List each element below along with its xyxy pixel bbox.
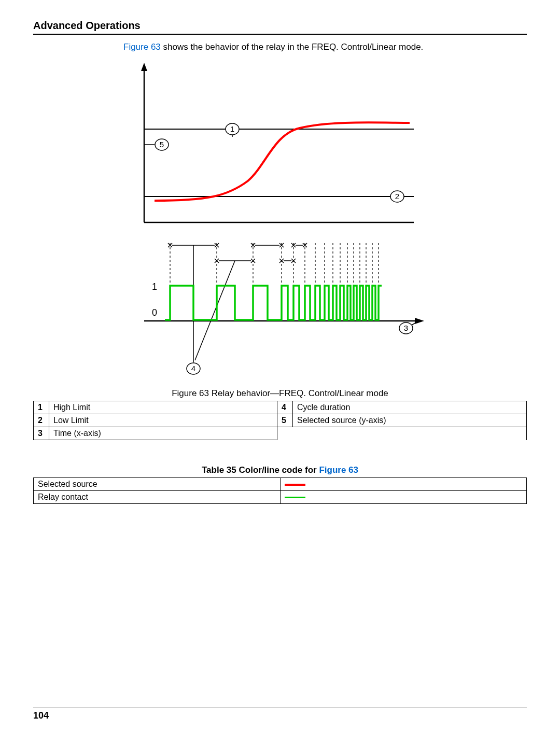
figure-ref-link-2[interactable]: Figure 63	[319, 465, 358, 475]
callout-5: 5	[144, 139, 169, 150]
svg-line-38	[195, 261, 235, 360]
callout-1: 1	[226, 123, 239, 137]
legend-num: 1	[34, 401, 49, 414]
code-row-label: Selected source	[34, 478, 281, 491]
legend-label: Selected source (y-axis)	[293, 414, 527, 427]
svg-text:1: 1	[230, 124, 234, 133]
code-row-label: Relay contact	[34, 491, 281, 504]
svg-text:4: 4	[191, 364, 195, 373]
figure-caption: Figure 63 Relay behavior—FREQ. Control/L…	[33, 388, 527, 399]
code-row-swatch	[280, 478, 527, 491]
figure-svg: 1 5 2 1 0	[123, 62, 435, 383]
callout-2: 2	[390, 191, 414, 202]
page-footer: 104	[33, 708, 527, 721]
legend-label: Cycle duration	[293, 401, 527, 414]
rule-bottom	[33, 708, 527, 708]
legend-num: 4	[277, 401, 293, 414]
ytick-0: 0	[152, 307, 157, 318]
figure-63: 1 5 2 1 0	[123, 62, 527, 383]
ytick-1: 1	[152, 282, 157, 292]
svg-marker-15	[415, 318, 424, 324]
legend-label: Low Limit	[49, 414, 277, 427]
section-heading: Advanced Operations	[33, 20, 527, 32]
intro-rest: shows the behavior of the relay in the F…	[161, 42, 423, 52]
legend-num: 5	[277, 414, 293, 427]
figure-ref-link[interactable]: Figure 63	[123, 42, 161, 52]
figure-intro: Figure 63 shows the behavior of the rela…	[123, 42, 527, 52]
code-row-swatch	[280, 491, 527, 504]
rule-top	[33, 34, 527, 35]
red-swatch	[285, 484, 305, 486]
legend-label: Time (x-axis)	[49, 427, 277, 440]
page-number: 104	[33, 710, 527, 721]
svg-text:2: 2	[395, 192, 399, 201]
svg-text:3: 3	[404, 324, 408, 332]
legend-label: High Limit	[49, 401, 277, 414]
legend-table: 1 High Limit 4 Cycle duration 2 Low Limi…	[33, 401, 527, 440]
svg-marker-1	[141, 63, 147, 71]
table-caption-prefix: Table 35 Color/line code for	[202, 465, 319, 475]
svg-text:5: 5	[160, 140, 164, 149]
table-35-caption: Table 35 Color/line code for Figure 63	[33, 465, 527, 475]
callout-3: 3	[399, 322, 417, 334]
legend-num: 3	[34, 427, 49, 440]
color-code-table: Selected source Relay contact	[33, 477, 527, 504]
cycle-brackets	[168, 243, 307, 263]
green-swatch	[285, 497, 305, 498]
legend-num: 2	[34, 414, 49, 427]
